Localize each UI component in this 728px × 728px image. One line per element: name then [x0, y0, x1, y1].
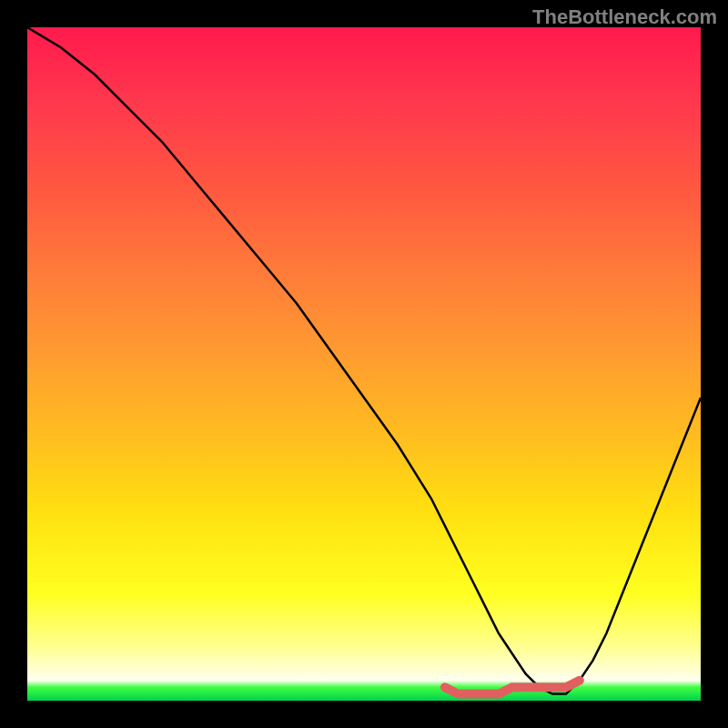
bottleneck-chart — [27, 27, 701, 701]
watermark-label: TheBottleneck.com — [532, 5, 717, 29]
highlight-segment — [445, 681, 580, 694]
bottleneck-curve-path — [27, 27, 701, 694]
curve-overlay — [27, 27, 701, 701]
